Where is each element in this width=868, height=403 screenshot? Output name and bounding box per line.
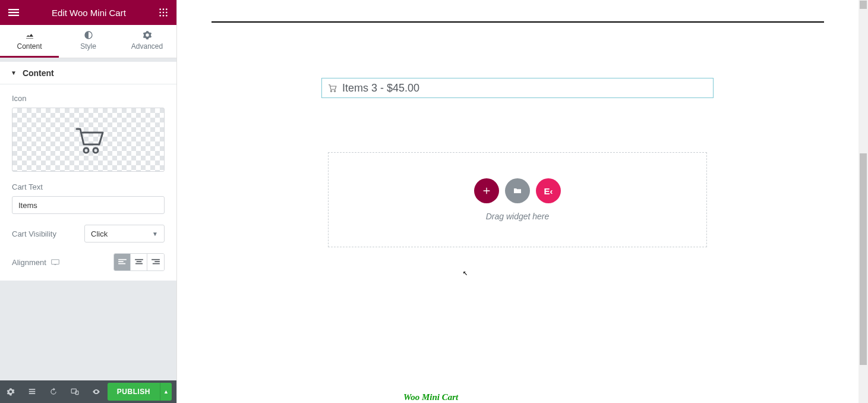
svg-rect-0 — [8, 9, 19, 10]
svg-point-7 — [163, 12, 165, 14]
svg-point-28 — [334, 90, 335, 92]
cart-icon — [327, 83, 337, 93]
svg-point-27 — [330, 90, 332, 92]
svg-rect-19 — [135, 259, 143, 260]
cart-text-field[interactable] — [12, 196, 165, 214]
tab-advanced-label: Advanced — [131, 42, 163, 51]
svg-rect-23 — [154, 261, 160, 262]
control-alignment: Alignment — [12, 253, 165, 271]
svg-rect-24 — [153, 263, 160, 265]
align-center-button[interactable] — [131, 254, 147, 270]
control-visibility: Cart Visibility Click ▼ — [12, 225, 165, 243]
cart-icon — [70, 121, 108, 159]
add-section-button[interactable] — [474, 178, 499, 203]
svg-point-4 — [163, 8, 165, 10]
svg-rect-14 — [52, 260, 59, 265]
drop-zone-text: Drag widget here — [486, 212, 550, 221]
history-icon[interactable] — [43, 380, 64, 403]
template-library-button[interactable] — [505, 178, 530, 203]
svg-point-10 — [163, 15, 165, 17]
publish-button[interactable]: PUBLISH — [108, 383, 160, 401]
bottom-toolbar: PUBLISH ▲ — [0, 380, 176, 403]
widgets-grid-icon[interactable] — [159, 8, 168, 17]
ek-logo-icon: E‹ — [544, 186, 553, 196]
visibility-label: Cart Visibility — [12, 229, 56, 238]
panel-title: Edit Woo Mini Cart — [52, 8, 126, 18]
drop-zone[interactable]: E‹ Drag widget here — [328, 152, 707, 247]
visibility-select[interactable]: Click ▼ — [84, 225, 165, 243]
svg-point-3 — [159, 8, 161, 10]
cart-text-label: Cart Text — [12, 182, 165, 191]
section-divider-line — [212, 21, 824, 23]
scrollbar-thumb[interactable] — [860, 153, 867, 365]
mini-cart-text: Items 3 - $45.00 — [342, 82, 419, 95]
svg-rect-16 — [118, 259, 127, 260]
svg-point-9 — [159, 15, 161, 17]
publish-options-button[interactable]: ▲ — [160, 383, 172, 401]
svg-rect-15 — [54, 265, 56, 265]
elements-kit-button[interactable]: E‹ — [536, 178, 561, 203]
alignment-buttons — [113, 253, 165, 271]
tab-style-label: Style — [80, 42, 96, 51]
scrollbar-up-button[interactable] — [860, 1, 867, 9]
panel-spacer — [0, 281, 176, 380]
svg-point-12 — [84, 148, 89, 153]
svg-rect-17 — [118, 261, 124, 262]
svg-rect-2 — [8, 15, 19, 16]
align-right-button[interactable] — [147, 254, 164, 270]
settings-icon[interactable] — [0, 380, 21, 403]
page-footer-title: Woo Mini Cart — [403, 392, 458, 402]
mouse-cursor: ↖ — [463, 267, 468, 277]
browser-scrollbar[interactable] — [858, 0, 868, 403]
caret-down-icon: ▼ — [11, 70, 17, 76]
preview-icon[interactable] — [86, 380, 107, 403]
align-left-button[interactable] — [114, 254, 131, 270]
section-content-header[interactable]: ▼ Content — [0, 58, 176, 84]
responsive-mode-icon[interactable] — [64, 380, 86, 403]
icon-label: Icon — [12, 94, 165, 103]
tab-content-label: Content — [17, 42, 42, 51]
svg-point-8 — [166, 12, 168, 14]
mini-cart-widget[interactable]: Items 3 - $45.00 — [321, 78, 714, 98]
panel-tabs: Content Style Advanced — [0, 25, 176, 58]
tab-style[interactable]: Style — [59, 25, 118, 58]
plus-icon — [482, 186, 491, 196]
panel-header: Edit Woo Mini Cart — [0, 0, 176, 25]
svg-rect-22 — [151, 259, 160, 260]
chevron-down-icon: ▼ — [152, 231, 158, 237]
drop-zone-buttons: E‹ — [474, 178, 561, 203]
control-cart-text: Cart Text — [12, 182, 165, 214]
tab-content[interactable]: Content — [0, 25, 59, 58]
section-title: Content — [23, 68, 54, 78]
svg-point-5 — [166, 8, 168, 10]
visibility-value: Click — [91, 229, 108, 238]
svg-point-11 — [166, 15, 168, 17]
control-icon: Icon — [12, 94, 165, 172]
navigator-icon[interactable] — [21, 380, 43, 403]
svg-rect-21 — [135, 263, 143, 265]
svg-point-6 — [159, 12, 161, 14]
svg-rect-1 — [8, 12, 19, 13]
svg-point-13 — [93, 148, 98, 153]
alignment-label: Alignment — [12, 258, 46, 267]
icon-picker[interactable] — [12, 108, 165, 172]
svg-rect-20 — [136, 261, 141, 262]
editor-canvas: Items 3 - $45.00 E‹ Drag widget here Woo… — [177, 0, 858, 403]
responsive-icon[interactable] — [51, 259, 59, 265]
svg-rect-18 — [118, 263, 125, 265]
folder-icon — [513, 186, 522, 196]
menu-icon[interactable] — [8, 7, 19, 18]
tab-advanced[interactable]: Advanced — [118, 25, 176, 58]
controls: Icon Cart Text Cart Visibility Click ▼ A… — [0, 84, 176, 281]
editor-panel: Edit Woo Mini Cart Content Style Advance… — [0, 0, 177, 403]
